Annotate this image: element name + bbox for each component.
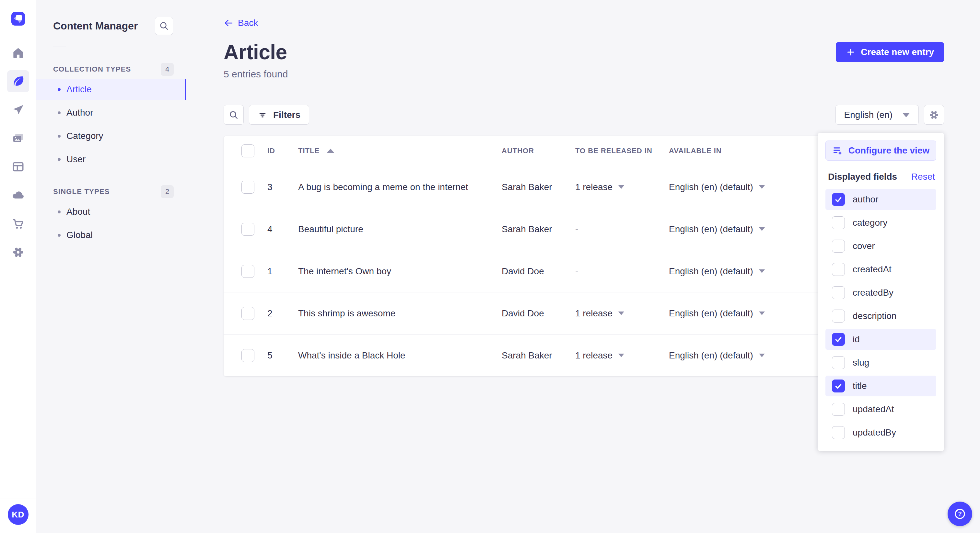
cell-title: This shrimp is awesome xyxy=(298,308,502,319)
chevron-down-icon[interactable] xyxy=(759,227,765,231)
bullet-icon xyxy=(58,88,60,91)
marketplace-button[interactable] xyxy=(7,213,29,235)
locale-select[interactable]: English (en) xyxy=(835,105,919,125)
sidebar-item-user[interactable]: User xyxy=(36,149,186,170)
checkbox-icon[interactable] xyxy=(832,309,845,322)
chevron-down-icon[interactable] xyxy=(618,185,624,189)
sidebar-item-category[interactable]: Category xyxy=(36,125,186,146)
checkbox-icon[interactable] xyxy=(832,286,845,299)
strapi-logo[interactable] xyxy=(11,12,25,25)
checkbox-icon[interactable] xyxy=(832,379,845,392)
cell-released: 1 release xyxy=(575,308,669,319)
checkbox-icon[interactable] xyxy=(832,263,845,276)
field-option-createdAt[interactable]: createdAt xyxy=(826,259,936,280)
row-checkbox[interactable] xyxy=(242,307,255,320)
chevron-down-icon[interactable] xyxy=(759,311,765,315)
sidebar-item-author[interactable]: Author xyxy=(36,102,186,123)
chevron-down-icon[interactable] xyxy=(759,354,765,357)
field-option-cover[interactable]: cover xyxy=(826,236,936,257)
configure-view-popover: Configure the view Displayed fields Rese… xyxy=(818,133,944,451)
bullet-icon xyxy=(58,234,60,237)
content-manager-button[interactable] xyxy=(7,70,29,92)
deploy-button[interactable] xyxy=(7,184,29,206)
field-option-category[interactable]: category xyxy=(826,213,936,233)
media-library-icon xyxy=(12,132,25,145)
content-manager-sidebar: Content Manager COLLECTION TYPES 4 Artic… xyxy=(36,0,186,533)
row-checkbox[interactable] xyxy=(242,223,255,236)
back-label: Back xyxy=(238,18,258,28)
filters-button[interactable]: Filters xyxy=(249,105,309,125)
settings-button[interactable] xyxy=(7,241,29,263)
filters-label: Filters xyxy=(273,110,301,120)
configure-view-label: Configure the view xyxy=(848,145,929,156)
field-option-description[interactable]: description xyxy=(826,306,936,327)
checkbox-icon[interactable] xyxy=(832,333,845,346)
rail-nav xyxy=(7,42,29,263)
field-option-updatedAt[interactable]: updatedAt xyxy=(826,399,936,420)
column-header-title[interactable]: TITLE xyxy=(298,147,502,155)
sort-ascending-icon xyxy=(327,149,334,153)
row-checkbox[interactable] xyxy=(242,181,255,194)
column-header-author[interactable]: AUTHOR xyxy=(502,147,575,155)
home-button[interactable] xyxy=(7,42,29,64)
sidebar-search-button[interactable] xyxy=(155,17,173,35)
field-option-updatedBy[interactable]: updatedBy xyxy=(826,422,936,443)
chevron-down-icon[interactable] xyxy=(618,354,624,357)
column-header-released[interactable]: TO BE RELEASED IN xyxy=(575,147,669,155)
releases-button[interactable] xyxy=(7,99,29,121)
sidebar-item-global[interactable]: Global xyxy=(36,225,186,246)
chevron-down-icon[interactable] xyxy=(759,185,765,189)
checkbox-icon[interactable] xyxy=(832,240,845,252)
cell-released: 1 release xyxy=(575,351,669,361)
check-icon xyxy=(834,335,843,344)
filter-icon xyxy=(258,110,267,120)
field-option-title[interactable]: title xyxy=(826,376,936,397)
help-button[interactable]: ? xyxy=(948,501,972,526)
checkbox-icon[interactable] xyxy=(832,193,845,206)
chevron-down-icon xyxy=(902,113,910,117)
checkbox-icon[interactable] xyxy=(832,356,845,369)
home-icon xyxy=(12,46,25,59)
field-option-author[interactable]: author xyxy=(826,189,936,210)
user-avatar[interactable]: KD xyxy=(8,504,29,525)
sidebar-item-label: User xyxy=(67,154,86,165)
collection-types-list: Article Author Category User xyxy=(36,79,186,170)
sidebar-item-about[interactable]: About xyxy=(36,201,186,222)
cell-id: 1 xyxy=(267,266,298,276)
cell-id: 3 xyxy=(267,182,298,192)
configure-view-button[interactable]: Configure the view xyxy=(826,141,936,160)
create-entry-button[interactable]: Create new entry xyxy=(836,42,944,62)
content-type-builder-button[interactable] xyxy=(7,156,29,178)
single-types-list: About Global xyxy=(36,201,186,246)
checkbox-icon[interactable] xyxy=(832,216,845,229)
row-checkbox[interactable] xyxy=(242,265,255,278)
chevron-down-icon[interactable] xyxy=(618,311,624,315)
entries-count: 5 entries found xyxy=(224,69,944,80)
column-header-id[interactable]: ID xyxy=(267,147,298,155)
checkbox-icon[interactable] xyxy=(832,426,845,439)
cell-author: Sarah Baker xyxy=(502,351,575,361)
sidebar-item-article[interactable]: Article xyxy=(36,79,186,100)
row-checkbox[interactable] xyxy=(242,349,255,362)
cloud-icon xyxy=(12,189,25,202)
bullet-icon xyxy=(58,135,60,138)
media-library-button[interactable] xyxy=(7,127,29,149)
arrow-left-icon xyxy=(224,18,233,28)
view-settings-button[interactable] xyxy=(924,105,944,125)
back-link[interactable]: Back xyxy=(224,18,258,28)
select-all-checkbox[interactable] xyxy=(242,144,255,157)
bullet-icon xyxy=(58,158,60,161)
rail-divider xyxy=(0,498,36,498)
create-entry-label: Create new entry xyxy=(861,47,934,57)
reset-button[interactable]: Reset xyxy=(911,171,935,182)
field-option-id[interactable]: id xyxy=(826,329,936,350)
svg-text:?: ? xyxy=(958,510,961,517)
cell-author: David Doe xyxy=(502,308,575,319)
sidebar-title: Content Manager xyxy=(53,20,138,32)
checkbox-icon[interactable] xyxy=(832,403,845,416)
sidebar-item-label: Article xyxy=(67,84,92,95)
field-option-slug[interactable]: slug xyxy=(826,352,936,373)
table-search-button[interactable] xyxy=(224,105,244,125)
field-option-createdBy[interactable]: createdBy xyxy=(826,282,936,303)
chevron-down-icon[interactable] xyxy=(759,270,765,273)
